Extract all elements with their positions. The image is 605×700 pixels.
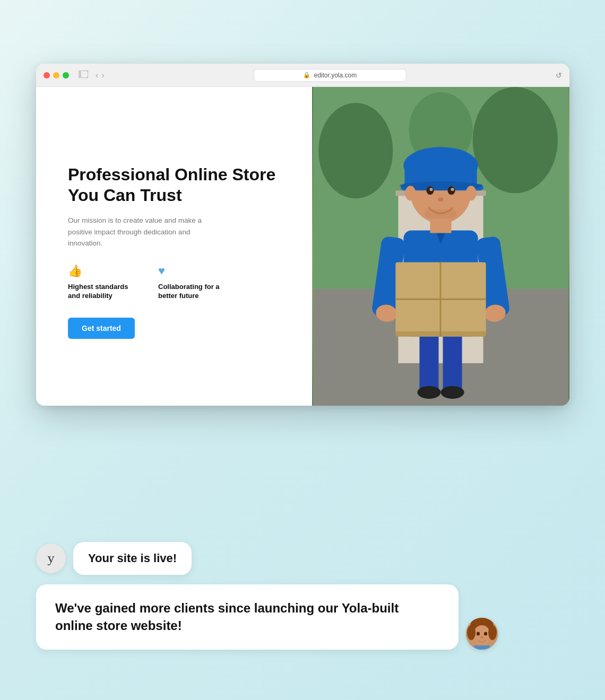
sidebar-icon[interactable]: [79, 71, 88, 80]
svg-rect-10: [443, 331, 462, 395]
svg-point-39: [473, 625, 490, 644]
svg-rect-45: [474, 645, 490, 650]
feature-label-standards: Highest standards and reliability: [68, 282, 132, 301]
get-started-button[interactable]: Get started: [68, 318, 135, 339]
hero-description: Our mission is to create value and make …: [68, 215, 217, 249]
first-message-text: Your site is live!: [88, 552, 177, 565]
first-message-box: Your site is live!: [73, 542, 192, 575]
svg-point-40: [467, 625, 476, 640]
person-svg: [312, 87, 569, 406]
hero-title: Professional Online Store You Can Trust: [68, 164, 286, 205]
browser-chrome: ‹ › 🔒 editor.yola.com ↺: [36, 64, 569, 87]
svg-point-43: [484, 632, 487, 636]
features-row: 👍 Highest standards and reliability ♥ Co…: [68, 264, 286, 301]
hero-image-panel: Unsplash+ Unsplash+ Unsplash+ Unsplash+ …: [312, 87, 569, 406]
forward-button[interactable]: ›: [101, 71, 104, 80]
svg-rect-21: [439, 262, 441, 337]
svg-point-3: [318, 103, 393, 198]
first-chat-bubble: y Your site is live!: [36, 542, 498, 575]
svg-point-11: [417, 386, 440, 399]
feature-item-standards: 👍 Highest standards and reliability: [68, 264, 132, 301]
second-chat-bubble: We've gained more clients since launchin…: [36, 584, 498, 650]
svg-point-12: [441, 386, 464, 399]
second-message-text: We've gained more clients since launchin…: [55, 601, 399, 633]
thumbs-up-icon: 👍: [68, 264, 132, 278]
svg-point-41: [488, 625, 497, 640]
website-content: Professional Online Store You Can Trust …: [36, 87, 569, 406]
yola-avatar: y: [36, 544, 66, 573]
svg-point-31: [429, 188, 433, 191]
svg-point-36: [466, 186, 477, 200]
reload-icon[interactable]: ↺: [556, 71, 562, 80]
url-text: editor.yola.com: [314, 72, 357, 79]
minimize-dot[interactable]: [53, 72, 59, 78]
chat-section: y Your site is live! We've gained more c…: [36, 542, 498, 650]
close-dot[interactable]: [44, 72, 50, 78]
back-button[interactable]: ‹: [96, 71, 98, 80]
heart-icon: ♥: [158, 264, 222, 278]
browser-nav: ‹ ›: [96, 71, 105, 80]
svg-point-33: [438, 197, 443, 202]
svg-rect-1: [79, 71, 81, 78]
browser-window: ‹ › 🔒 editor.yola.com ↺ Professional Onl…: [36, 64, 569, 406]
maximize-dot[interactable]: [63, 72, 69, 78]
user-avatar-svg: [466, 618, 498, 650]
feature-label-collaboration: Collaborating for a better future: [158, 282, 222, 301]
second-message-box: We've gained more clients since launchin…: [36, 584, 459, 650]
feature-item-collaboration: ♥ Collaborating for a better future: [158, 264, 222, 301]
svg-point-42: [477, 632, 480, 636]
svg-point-35: [405, 186, 416, 200]
svg-point-32: [451, 188, 454, 191]
lock-icon: 🔒: [303, 72, 310, 78]
svg-rect-22: [395, 331, 486, 337]
svg-rect-34: [425, 209, 456, 218]
svg-rect-9: [419, 331, 438, 395]
delivery-person-bg: Unsplash+ Unsplash+ Unsplash+ Unsplash+ …: [312, 87, 569, 406]
svg-point-44: [481, 636, 483, 638]
website-left-panel: Professional Online Store You Can Trust …: [36, 87, 312, 406]
address-bar[interactable]: 🔒 editor.yola.com: [254, 69, 406, 82]
user-avatar: [466, 618, 498, 650]
yola-letter: y: [48, 550, 55, 566]
traffic-lights: [44, 72, 69, 78]
svg-point-4: [473, 87, 558, 193]
